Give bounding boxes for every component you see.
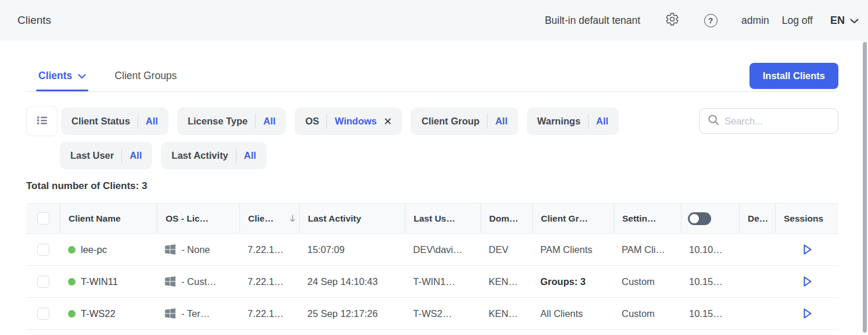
table-header-row: Client Name OS - Lic… Clie… Last Activit… [26, 204, 838, 234]
windows-icon [165, 276, 175, 287]
search-icon [708, 114, 719, 128]
column-last-user[interactable]: Last Us… [405, 204, 480, 233]
column-last-activity[interactable]: Last Activity [299, 204, 405, 233]
column-toggle-cell [681, 204, 739, 233]
license-type: - Cust… [181, 276, 217, 287]
chip-value[interactable]: All [146, 116, 158, 127]
tabs: Clients Client Groups [38, 70, 177, 91]
tab-client-groups-label: Client Groups [114, 70, 177, 82]
filter-chip-client-status[interactable]: Client Status All [61, 108, 168, 135]
tab-client-groups[interactable]: Client Groups [114, 70, 177, 91]
column-client-name[interactable]: Client Name [60, 204, 157, 233]
start-session-icon[interactable] [801, 275, 813, 288]
client-name-cell[interactable]: T-WIN11 [60, 266, 157, 297]
last-user-cell: T-WS2… [405, 298, 480, 329]
filter-chip-os[interactable]: OS Windows [295, 108, 402, 135]
filter-chip-client-group[interactable]: Client Group All [411, 108, 518, 135]
chevron-down-icon [850, 15, 859, 27]
vertical-scrollbar[interactable] [863, 42, 867, 333]
chip-divider [588, 113, 589, 129]
chip-divider [236, 148, 236, 163]
domain-cell: KEN… [480, 266, 532, 297]
topbar-right: Built-in default tenant ? admin Log off … [545, 13, 859, 28]
language-selector[interactable]: EN [830, 15, 859, 27]
row-checkbox[interactable] [37, 276, 49, 288]
sort-descending-icon[interactable] [289, 214, 296, 223]
topbar: Clients Built-in default tenant ? admin … [0, 0, 868, 41]
column-description[interactable]: De… [739, 204, 775, 233]
table-row[interactable]: lee-pc - None 7.22.1… 15:07:09 DEV\davi…… [26, 234, 838, 266]
install-clients-button[interactable]: Install Clients [749, 63, 838, 89]
os-license-cell: - Ter… [157, 298, 239, 329]
settings-button[interactable] [665, 13, 680, 28]
chip-label: License Type [188, 116, 248, 127]
client-name-cell[interactable]: T-WS22 [60, 298, 157, 329]
client-version-cell: 7.22.1… [239, 266, 299, 297]
chip-label: OS [305, 116, 319, 127]
address-cell: 10.15… [681, 266, 739, 297]
chip-value[interactable]: All [130, 150, 142, 161]
sessions-cell [775, 234, 838, 265]
chip-value[interactable]: All [244, 150, 256, 161]
column-sessions[interactable]: Sessions [775, 204, 838, 233]
row-checkbox-cell [26, 298, 60, 329]
gear-icon [665, 12, 679, 28]
chip-value[interactable]: All [263, 116, 275, 127]
toggle-knob [690, 214, 699, 223]
filter-chips: Client Status All License Type All OS Wi… [61, 108, 619, 135]
column-settings[interactable]: Settin… [614, 204, 681, 233]
filter-chip-license-type[interactable]: License Type All [177, 108, 286, 135]
column-client-version[interactable]: Clie… [239, 204, 299, 233]
last-activity-cell: 24 Sep 14:10:43 [299, 266, 405, 297]
table-row[interactable]: T-WIN11 - Cust… 7.22.1… 24 Sep 14:10:43 … [26, 266, 838, 298]
filter-chip-last-activity[interactable]: Last Activity All [161, 142, 267, 169]
close-icon[interactable] [384, 117, 392, 125]
client-version-cell: 7.22.1… [239, 298, 299, 329]
windows-icon [165, 308, 175, 319]
domain-cell: DEV [480, 234, 532, 265]
filter-chip-last-user[interactable]: Last User All [60, 142, 152, 169]
help-icon: ? [704, 14, 718, 27]
help-button[interactable]: ? [703, 13, 718, 28]
description-cell [739, 266, 775, 297]
column-domain[interactable]: Dom… [480, 204, 532, 233]
description-cell [739, 234, 775, 265]
clients-total-summary: Total number of Clients: 3 [26, 180, 838, 192]
user-name: admin [741, 15, 769, 27]
client-version-cell: 7.22.1… [239, 234, 299, 265]
client-group-cell[interactable]: Groups: 3 [532, 266, 614, 297]
chip-value[interactable]: Windows [335, 116, 376, 127]
logoff-link[interactable]: Log off [782, 15, 813, 27]
chevron-down-icon [78, 70, 86, 82]
status-online-icon [68, 246, 76, 254]
start-session-icon[interactable] [801, 243, 813, 256]
table-row[interactable]: T-WS22 - Ter… 7.22.1… 25 Sep 12:17:26 T-… [26, 298, 838, 330]
settings-cell: Custom [614, 266, 681, 297]
select-all-checkbox[interactable] [37, 212, 49, 224]
clients-table: Client Name OS - Lic… Clie… Last Activit… [26, 203, 838, 330]
description-cell [739, 298, 775, 329]
column-client-group[interactable]: Client Gr… [532, 204, 614, 233]
search-input[interactable] [724, 116, 852, 127]
chip-value[interactable]: All [495, 116, 507, 127]
row-checkbox[interactable] [37, 244, 49, 256]
windows-icon [165, 244, 175, 255]
client-name: T-WIN11 [81, 276, 118, 287]
column-toggle-switch[interactable] [688, 212, 711, 225]
header-checkbox-cell [26, 204, 60, 233]
chip-divider [255, 113, 256, 129]
column-client-version-label: Clie… [248, 213, 274, 224]
row-checkbox[interactable] [37, 308, 49, 320]
column-os-license[interactable]: OS - Lic… [157, 204, 239, 233]
address-cell: 10.15… [681, 298, 739, 329]
tabs-row: Clients Client Groups Install Clients [26, 41, 838, 92]
start-session-icon[interactable] [801, 307, 813, 320]
tab-clients[interactable]: Clients [38, 70, 86, 91]
chip-value[interactable]: All [596, 116, 608, 127]
status-online-icon [68, 310, 76, 318]
client-name-cell[interactable]: lee-pc [60, 234, 157, 265]
filter-chip-warnings[interactable]: Warnings All [527, 108, 619, 135]
settings-cell: Custom [614, 298, 681, 329]
column-chooser-button[interactable] [26, 106, 58, 136]
chip-divider [327, 113, 327, 129]
